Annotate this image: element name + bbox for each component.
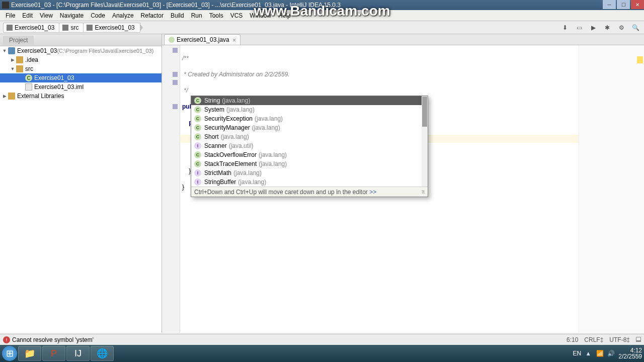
window-title: Exercise01_03 - [C:\Program Files\Java\E… — [11, 2, 341, 9]
line-separator[interactable]: CRLF‡ — [584, 336, 603, 343]
intellij-icon[interactable]: IJ — [66, 346, 90, 361]
readonly-lock-icon[interactable] — [636, 336, 641, 343]
close-button[interactable]: ✕ — [631, 0, 644, 9]
suggestion-type-icon: C — [194, 97, 201, 104]
tree-node-exercise01-03[interactable]: ▼Exercise01_03 (C:\Program Files\Java\Ex… — [0, 46, 162, 55]
crumb-project[interactable]: Exercise01_03 — [3, 23, 60, 33]
menu-view[interactable]: View — [36, 11, 56, 21]
suggestion-type-icon: C — [194, 160, 201, 167]
tab-close-icon[interactable]: × — [232, 37, 236, 43]
ac-item-stringbuffer[interactable]: IStringBuffer (java.lang) — [191, 177, 428, 187]
popup-scrollbar[interactable] — [422, 96, 428, 187]
project-tree[interactable]: Project ▼Exercise01_03 (C:\Program Files… — [0, 34, 162, 333]
fold-icon[interactable] — [173, 104, 178, 109]
minimize-button[interactable]: ─ — [603, 0, 616, 9]
cursor-position[interactable]: 6:10 — [567, 336, 578, 343]
tree-node-exercise01-03[interactable]: CExercise01_03 — [0, 73, 162, 82]
window-titlebar: Exercise01_03 - [C:\Program Files\Java\E… — [0, 0, 644, 10]
file-icon — [25, 83, 32, 90]
ac-item-securitymanager[interactable]: CSecurityManager (java.lang) — [191, 123, 428, 132]
crumb-class[interactable]: Exercise01_03 — [83, 23, 140, 33]
ac-item-stacktraceelement[interactable]: CStackTraceElement (java.lang) — [191, 159, 428, 168]
menu-help[interactable]: Help — [275, 11, 294, 21]
ac-item-stackoverflowerror[interactable]: CStackOverflowError (java.lang) — [191, 150, 428, 159]
menu-file[interactable]: File — [2, 11, 19, 21]
run-config-button[interactable]: ▭ — [574, 22, 585, 33]
run-button[interactable]: ▶ — [588, 22, 599, 33]
chrome-icon[interactable]: 🌐 — [91, 346, 114, 361]
crumb-src[interactable]: src — [59, 23, 84, 33]
expand-arrow-icon[interactable]: ▼ — [10, 66, 15, 71]
menu-code[interactable]: Code — [87, 11, 109, 21]
menu-analyze[interactable]: Analyze — [109, 11, 137, 21]
menu-run[interactable]: Run — [188, 11, 206, 21]
expand-arrow-icon[interactable]: ▶ — [10, 57, 15, 62]
popup-hint: Ctrl+Down and Ctrl+Up will move caret do… — [191, 187, 428, 197]
project-tab[interactable]: Project — [3, 36, 34, 45]
folder-icon — [16, 56, 23, 63]
menu-refactor[interactable]: Refactor — [137, 11, 167, 21]
editor-tabs: Exercise01_03.java × — [162, 34, 644, 45]
search-button[interactable]: 🔍 — [630, 22, 641, 33]
menu-edit[interactable]: Edit — [19, 11, 36, 21]
scrollbar-thumb[interactable] — [422, 97, 427, 127]
maximize-button[interactable]: ☐ — [617, 0, 630, 9]
autocomplete-popup: CString (java.lang)CSystem (java.lang)CS… — [191, 96, 428, 197]
module-icon — [7, 25, 13, 31]
java-class-icon — [169, 37, 175, 43]
tray-volume-icon[interactable]: 🔊 — [607, 350, 614, 357]
status-bar: ! Cannot resolve symbol 'ystem' 6:10 CRL… — [0, 334, 644, 345]
windows-taskbar: ⊞ 📁 P IJ 🌐 EN ▲ 📶 🔊 4:12 2/2/2559 — [0, 345, 644, 362]
tray-network-icon[interactable]: 📶 — [596, 350, 603, 357]
lib-icon — [8, 93, 15, 100]
debug-button[interactable]: ✱ — [602, 22, 613, 33]
language-indicator[interactable]: EN — [573, 350, 582, 357]
start-button[interactable]: ⊞ — [2, 346, 17, 361]
tree-node-exercise01-03-iml[interactable]: Exercise01_03.iml — [0, 82, 162, 92]
powerpoint-icon[interactable]: P — [42, 346, 65, 361]
tray-flag-icon[interactable]: ▲ — [585, 350, 592, 357]
class-icon: C — [25, 74, 32, 81]
gutter — [162, 45, 180, 333]
suggestion-type-icon: I — [194, 142, 201, 149]
expand-arrow-icon[interactable]: ▼ — [2, 48, 7, 53]
folder-icon — [62, 25, 68, 31]
suggestion-type-icon: C — [194, 133, 201, 140]
tree-node-src[interactable]: ▼src — [0, 64, 162, 73]
error-stripe[interactable] — [579, 45, 644, 333]
nav-bar: Exercise01_03 src Exercise01_03 ⬇ ▭ ▶ ✱ … — [0, 21, 644, 34]
ac-item-strictmath[interactable]: IStrictMath (java.lang) — [191, 168, 428, 177]
tree-node--idea[interactable]: ▶.idea — [0, 55, 162, 64]
tree-header[interactable]: Project — [0, 34, 162, 46]
suggestion-type-icon: C — [194, 106, 201, 113]
fold-icon[interactable] — [173, 72, 178, 77]
menu-build[interactable]: Build — [167, 11, 188, 21]
menu-vcs[interactable]: VCS — [227, 11, 247, 21]
explorer-icon[interactable]: 📁 — [18, 346, 41, 361]
menu-window[interactable]: Window — [246, 11, 275, 21]
fold-icon[interactable] — [173, 48, 178, 53]
tree-node-external-libraries[interactable]: ▶External Libraries — [0, 92, 162, 101]
ac-item-system[interactable]: CSystem (java.lang) — [191, 105, 428, 114]
file-encoding[interactable]: UTF-8‡ — [609, 336, 630, 343]
tab-exercise01-03[interactable]: Exercise01_03.java × — [164, 34, 240, 45]
hint-more-link[interactable]: >> — [369, 189, 376, 196]
menu-tools[interactable]: Tools — [206, 11, 227, 21]
suggestion-type-icon: I — [194, 169, 201, 176]
ac-item-string[interactable]: CString (java.lang) — [191, 96, 428, 105]
menu-navigate[interactable]: Navigate — [56, 11, 87, 21]
folder-icon — [16, 65, 23, 72]
fold-icon[interactable] — [173, 80, 178, 85]
ac-item-scanner[interactable]: IScanner (java.util) — [191, 141, 428, 150]
warning-marker[interactable] — [637, 56, 643, 63]
pi-icon: π — [422, 188, 425, 196]
clock[interactable]: 4:12 2/2/2559 — [618, 347, 642, 359]
make-button[interactable]: ⬇ — [559, 22, 571, 33]
expand-arrow-icon[interactable]: ▶ — [2, 94, 7, 99]
tab-label: Exercise01_03.java — [177, 36, 229, 43]
ac-item-short[interactable]: CShort (java.lang) — [191, 132, 428, 141]
error-icon[interactable]: ! — [3, 336, 10, 343]
settings-button[interactable]: ⚙ — [616, 22, 627, 33]
ac-item-securityexception[interactable]: CSecurityException (java.lang) — [191, 114, 428, 123]
app-icon — [2, 2, 9, 9]
